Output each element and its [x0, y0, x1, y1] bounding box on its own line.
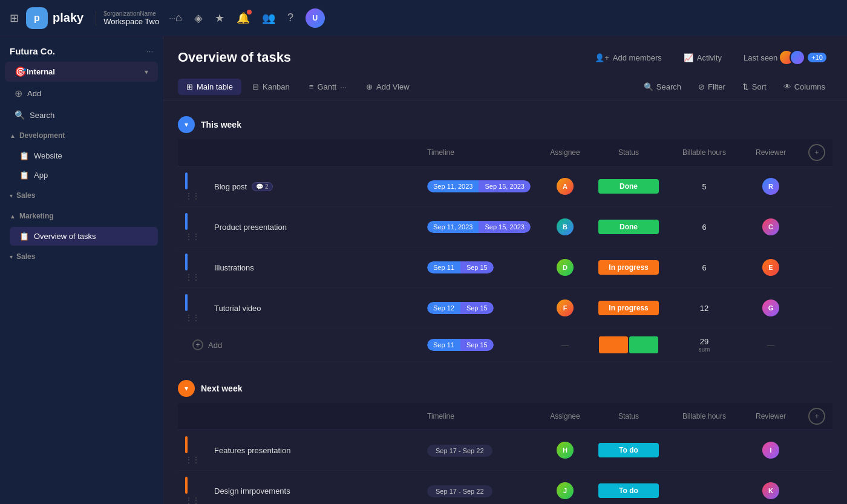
search-button[interactable]: 🔍 Search	[636, 79, 688, 95]
status-badge[interactable]: To do	[598, 483, 659, 498]
users-icon[interactable]: 👥	[262, 11, 275, 25]
section-sales-2[interactable]: ▾ Sales	[0, 249, 163, 264]
add-view-button[interactable]: ⊕ Add View	[358, 79, 418, 95]
status-badge[interactable]: Done	[598, 179, 659, 194]
user-avatar[interactable]: U	[306, 8, 325, 28]
status-cell: Done	[589, 207, 668, 247]
th-task-name	[207, 139, 420, 166]
sidebar-item-search[interactable]: 🔍 Search	[5, 105, 158, 125]
drag-handle[interactable]: ⋮⋮	[185, 232, 200, 241]
extra-cell	[801, 288, 832, 329]
drag-handle[interactable]: ⋮⋮	[185, 192, 200, 200]
assignee-cell: F	[541, 288, 589, 329]
task-name-text[interactable]: Blog post	[214, 182, 247, 191]
add-members-button[interactable]: 👤+ Add members	[589, 50, 668, 66]
star-icon[interactable]: ★	[215, 11, 224, 25]
status-cell: Done	[589, 166, 668, 207]
section-development[interactable]: ▲ Development	[0, 128, 163, 143]
task-name-text[interactable]: Product presentation	[214, 223, 287, 232]
sidebar-item-internal[interactable]: 🎯 Internal ▾	[5, 62, 158, 82]
workspace-name: Workspace Two	[103, 17, 159, 26]
extra-cell	[801, 430, 832, 471]
group-bar	[185, 213, 188, 230]
reviewer-avatar: K	[762, 482, 779, 499]
grid-icon[interactable]: ⊞	[10, 11, 19, 25]
tl-end: Sep 15, 2023	[479, 221, 530, 233]
section-marketing[interactable]: ▲ Marketing	[0, 208, 163, 224]
brand-name: plaky	[53, 11, 83, 25]
last-seen-section[interactable]: Last seen +10	[737, 46, 832, 69]
bell-icon[interactable]: 🔔	[237, 11, 250, 25]
sidebar-item-overview[interactable]: 📋 Overview of tasks	[10, 227, 158, 246]
search-tool-icon: 🔍	[644, 82, 653, 91]
gantt-dots: ···	[340, 82, 347, 91]
internal-label: Internal	[27, 67, 145, 76]
table-row: ⋮⋮ Product presentation Sep 11, 2023	[178, 207, 832, 247]
th-billable-1: Billable hours	[668, 139, 741, 166]
status-badge[interactable]: In progress	[598, 260, 659, 275]
group-bar	[185, 294, 188, 311]
status-cell: In progress	[589, 288, 668, 329]
add-timeline-cell: Sep 11 Sep 15	[420, 329, 541, 362]
reviewer-cell: E	[741, 247, 801, 288]
sales1-label: Sales	[16, 191, 35, 200]
assignee-avatar: H	[557, 442, 574, 459]
workspace-dots[interactable]: ···	[169, 13, 175, 22]
sidebar-item-website[interactable]: 📋 Website	[10, 146, 158, 165]
activity-button[interactable]: 📈 Activity	[678, 50, 728, 66]
notification-dot	[247, 10, 252, 15]
drag-handle[interactable]: ⋮⋮	[185, 456, 200, 464]
cube-icon[interactable]: ◈	[194, 11, 203, 25]
th-billable-2: Billable hours	[668, 403, 741, 430]
sidebar-item-add[interactable]: ⊕ Add	[5, 83, 158, 104]
task-name-text[interactable]: Features presentation	[214, 446, 290, 455]
tab-gantt[interactable]: ≡ Gantt ···	[301, 79, 355, 95]
this-week-table: Timeline Assignee Status Billable hours …	[178, 139, 832, 362]
drag-handle[interactable]: ⋮⋮	[185, 273, 200, 281]
timeline-dark: Sep 17 - Sep 22	[427, 485, 492, 497]
status-badge[interactable]: To do	[598, 443, 659, 457]
th-task-name-2	[207, 403, 420, 430]
group-next-week-toggle[interactable]: ▾	[178, 380, 195, 397]
group-this-week-toggle[interactable]: ▾	[178, 116, 195, 133]
th-drag-2	[178, 403, 207, 430]
toolbar: ⊞ Main table ⊟ Kanban ≡ Gantt ··· ⊕ Add …	[163, 74, 847, 100]
add-task-button-1[interactable]: + Add	[185, 335, 413, 355]
group-next-week: ▾ Next week Timeline Assignee Status Bil…	[178, 374, 832, 504]
task-name-text[interactable]: Design imrpovements	[214, 486, 290, 496]
question-icon[interactable]: ?	[287, 11, 293, 24]
columns-button[interactable]: 👁 Columns	[776, 79, 832, 95]
status-badge[interactable]: In progress	[598, 301, 659, 315]
drag-handle[interactable]: ⋮⋮	[185, 496, 200, 504]
drag-handle[interactable]: ⋮⋮	[185, 313, 200, 322]
th-drag	[178, 139, 207, 166]
add-icon: ⊕	[15, 88, 22, 99]
org-dots[interactable]: ···	[146, 47, 153, 56]
status-badge[interactable]: Done	[598, 220, 659, 234]
task-name-container: Blog post 💬 2	[214, 182, 413, 191]
reviewer-avatar: I	[762, 442, 779, 459]
add-column-button-1[interactable]: +	[808, 144, 825, 161]
th-status-1: Status	[589, 139, 668, 166]
task-name-text[interactable]: Tutorial video	[214, 304, 261, 313]
add-view-icon: ⊕	[366, 82, 373, 91]
this-week-header: Timeline Assignee Status Billable hours …	[178, 139, 832, 166]
task-name-container: Illustrations	[214, 263, 413, 272]
section-sales-1[interactable]: ▾ Sales	[0, 188, 163, 203]
sidebar-item-app[interactable]: 📋 App	[10, 166, 158, 185]
add-circle-icon: +	[192, 339, 203, 350]
mktg-label: Marketing	[19, 212, 54, 220]
task-name-container: Tutorial video	[214, 304, 413, 313]
table-row: ⋮⋮ Illustrations Sep 11 Sep 15	[178, 247, 832, 288]
tab-main-table[interactable]: ⊞ Main table	[178, 79, 241, 95]
add-column-button-2[interactable]: +	[808, 408, 825, 425]
home-icon[interactable]: ⌂	[175, 11, 182, 24]
filter-button[interactable]: ⊘ Filter	[691, 79, 733, 95]
nav-icons: ⌂ ◈ ★ 🔔 👥 ? U	[175, 8, 325, 28]
sort-button[interactable]: ⇅ Sort	[735, 79, 774, 95]
task-name-text[interactable]: Illustrations	[214, 263, 254, 272]
assignee-avatar: A	[557, 178, 574, 195]
tab-kanban[interactable]: ⊟ Kanban	[244, 79, 298, 95]
add-task-row-1: + Add Sep 11 Sep 15 —	[178, 329, 832, 362]
th-reviewer-2: Reviewer	[741, 403, 801, 430]
